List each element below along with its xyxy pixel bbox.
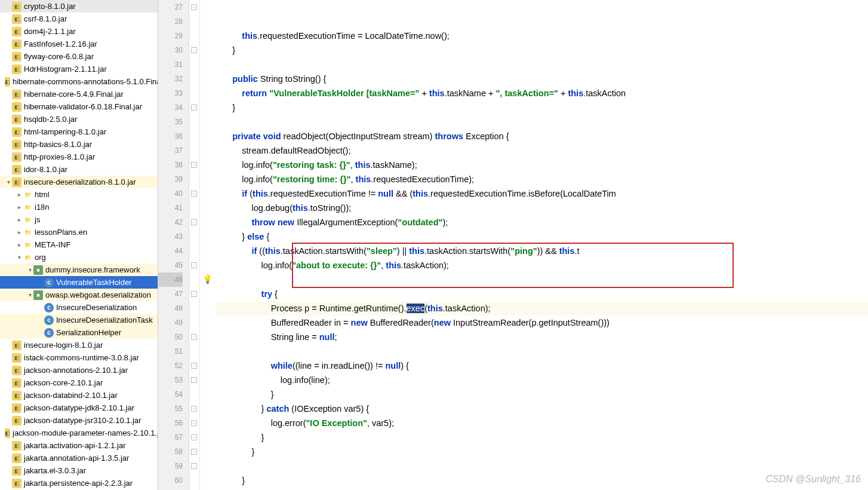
expand-arrow-icon[interactable]	[26, 267, 33, 273]
tree-item[interactable]: http-basics-8.1.0.jar	[0, 138, 158, 151]
tree-item[interactable]: jackson-datatype-jsr310-2.10.1.jar	[0, 414, 158, 427]
fold-toggle-icon[interactable]	[191, 434, 197, 440]
fold-toggle-icon[interactable]	[191, 449, 197, 455]
code-line[interactable]: private void readObject(ObjectInputStrea…	[216, 129, 868, 143]
fold-toggle-icon[interactable]	[191, 291, 197, 297]
tree-item[interactable]: InsecureDeserializationTask	[0, 314, 158, 326]
tree-item[interactable]: VulnerableTaskHolder	[0, 276, 158, 289]
tree-item[interactable]: hibernate-validator-6.0.18.Final.jar	[0, 100, 158, 113]
tree-item[interactable]: jackson-module-parameter-names-2.10.1.ja…	[0, 427, 158, 439]
tree-item[interactable]: jackson-core-2.10.1.jar	[0, 376, 158, 389]
code-line[interactable]: String line = null;	[216, 330, 868, 344]
fold-toggle-icon[interactable]	[191, 105, 197, 111]
code-line[interactable]: log.info("restoring task: {}", this.task…	[216, 158, 868, 172]
code-line[interactable]: while((line = in.readLine()) != null) {	[216, 359, 868, 373]
fold-toggle-icon[interactable]	[191, 262, 197, 268]
tree-item[interactable]: http-proxies-8.1.0.jar	[0, 151, 158, 163]
tree-item[interactable]: FastInfoset-1.2.16.jar	[0, 38, 158, 50]
tree-item[interactable]: hsqldb-2.5.0.jar	[0, 113, 158, 125]
code-line[interactable]: }	[216, 473, 868, 488]
tree-item[interactable]: jakarta.el-3.0.3.jar	[0, 464, 158, 477]
code-line[interactable]: }	[216, 430, 868, 445]
tree-item[interactable]: jakarta.activation-api-1.2.1.jar	[0, 439, 158, 452]
code-line[interactable]: } else {	[216, 229, 868, 244]
code-line[interactable]: throw new IllegalArgumentException("outd…	[216, 215, 868, 229]
tree-item[interactable]: jackson-databind-2.10.1.jar	[0, 389, 158, 402]
tree-item[interactable]: jackson-datatype-jdk8-2.10.1.jar	[0, 402, 158, 414]
tree-item[interactable]: hibernate-core-5.4.9.Final.jar	[0, 88, 158, 100]
fold-toggle-icon[interactable]	[191, 406, 197, 412]
expand-arrow-icon[interactable]	[5, 179, 12, 185]
fold-toggle-icon[interactable]	[191, 4, 197, 10]
code-line[interactable]: }	[216, 100, 868, 115]
tree-item[interactable]: insecure-deserialization-8.1.0.jar	[0, 176, 158, 188]
expand-arrow-icon[interactable]	[16, 216, 23, 223]
tree-item[interactable]: html-tampering-8.1.0.jar	[0, 125, 158, 138]
expand-arrow-icon[interactable]	[16, 204, 23, 210]
expand-arrow-icon[interactable]	[26, 292, 33, 298]
fold-toggle-icon[interactable]	[191, 162, 197, 168]
code-line[interactable]: }	[216, 43, 868, 57]
code-line[interactable]	[216, 344, 868, 359]
expand-arrow-icon[interactable]	[16, 254, 23, 261]
fold-strip[interactable]	[189, 0, 200, 490]
tree-item[interactable]: lessonPlans.en	[0, 226, 158, 238]
tree-item[interactable]: i18n	[0, 201, 158, 213]
tree-item[interactable]: org	[0, 251, 158, 264]
code-line[interactable]	[216, 57, 868, 72]
fold-toggle-icon[interactable]	[191, 219, 197, 225]
code-line[interactable]: }	[216, 445, 868, 459]
code-line[interactable]: BufferedReader in = new BufferedReader(n…	[216, 316, 868, 330]
intention-bulb-icon[interactable]: 💡	[202, 274, 213, 284]
tree-item[interactable]: jakarta.annotation-api-1.3.5.jar	[0, 452, 158, 464]
expand-arrow-icon[interactable]	[16, 241, 23, 248]
code-line[interactable]: }	[216, 488, 868, 490]
fold-toggle-icon[interactable]	[191, 463, 197, 469]
fold-toggle-icon[interactable]	[191, 191, 197, 197]
tree-item[interactable]: dummy.insecure.framework	[0, 264, 158, 276]
tree-item[interactable]: crypto-8.1.0.jar	[0, 0, 158, 13]
tree-item[interactable]: owasp.webgoat.deserialization	[0, 289, 158, 301]
tree-item[interactable]: csrf-8.1.0.jar	[0, 13, 158, 25]
tree-item[interactable]: HdrHistogram-2.1.11.jar	[0, 63, 158, 75]
code-line[interactable]: log.debug(this.toString());	[216, 201, 868, 215]
code-line[interactable]: log.info("restoring time: {}", this.requ…	[216, 172, 868, 186]
code-line[interactable]: log.error("IO Exception", var5);	[216, 416, 868, 430]
tree-item[interactable]: jakarta.persistence-api-2.2.3.jar	[0, 477, 158, 489]
fold-toggle-icon[interactable]	[191, 334, 197, 340]
code-line[interactable]: return "VulnerableTaskHolder [taskName="…	[216, 86, 868, 100]
tree-item[interactable]: dom4j-2.1.1.jar	[0, 25, 158, 38]
tree-item[interactable]: hibernate-commons-annotations-5.1.0.Fina…	[0, 75, 158, 88]
tree-item[interactable]: insecure-login-8.1.0.jar	[0, 339, 158, 351]
expand-arrow-icon[interactable]	[16, 229, 23, 235]
fold-toggle-icon[interactable]	[191, 377, 197, 383]
tree-item[interactable]: html	[0, 188, 158, 201]
fold-toggle-icon[interactable]	[191, 47, 197, 53]
code-editor[interactable]: 2728293031323334353637383940414243444546…	[158, 0, 868, 490]
code-area[interactable]: this.requestedExecutionTime = LocalDateT…	[214, 0, 868, 490]
code-line[interactable]: if ((this.taskAction.startsWith("sleep")…	[216, 244, 868, 258]
code-line[interactable]: log.info("about to execute: {}", this.ta…	[216, 258, 868, 272]
code-line[interactable]: log.info(line);	[216, 373, 868, 387]
fold-toggle-icon[interactable]	[191, 363, 197, 369]
tree-item[interactable]: SerializationHelper	[0, 326, 158, 339]
code-line[interactable]: }	[216, 387, 868, 402]
tree-item[interactable]: jackson-annotations-2.10.1.jar	[0, 364, 158, 376]
code-line[interactable]: stream.defaultReadObject();	[216, 143, 868, 158]
tree-item[interactable]: META-INF	[0, 238, 158, 251]
code-line[interactable]: public String toString() {	[216, 72, 868, 86]
code-line[interactable]: if (this.requestedExecutionTime != null …	[216, 186, 868, 201]
code-line[interactable]: this.requestedExecutionTime = LocalDateT…	[216, 29, 868, 43]
code-line[interactable]	[216, 115, 868, 129]
tree-item[interactable]: istack-commons-runtime-3.0.8.jar	[0, 351, 158, 364]
tree-item[interactable]: InsecureDeserialization	[0, 301, 158, 314]
tree-item[interactable]: js	[0, 213, 158, 226]
code-line[interactable]	[216, 272, 868, 287]
code-line[interactable]: } catch (IOException var5) {	[216, 402, 868, 416]
tree-item[interactable]: flyway-core-6.0.8.jar	[0, 50, 158, 63]
project-tree[interactable]: crypto-8.1.0.jarcsrf-8.1.0.jardom4j-2.1.…	[0, 0, 158, 490]
code-line[interactable]: try {	[216, 287, 868, 301]
tree-item[interactable]: idor-8.1.0.jar	[0, 163, 158, 176]
code-line[interactable]: Process p = Runtime.getRuntime().exec(th…	[216, 301, 868, 316]
expand-arrow-icon[interactable]	[16, 191, 23, 198]
